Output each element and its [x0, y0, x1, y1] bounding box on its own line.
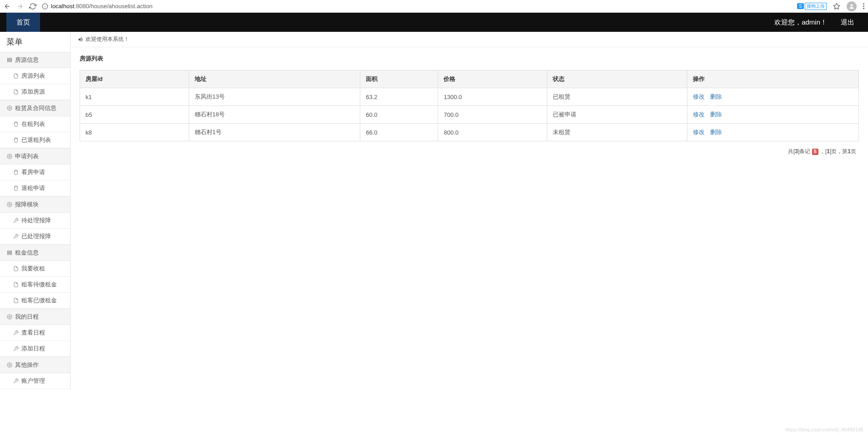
menu-item-label: 查看日程 — [21, 329, 45, 337]
menu-item-label: 租客已缴租金 — [21, 296, 57, 305]
menu-group[interactable]: 房源信息 — [0, 52, 70, 68]
menu-item-label: 已处理报障 — [21, 232, 51, 240]
menu-item-label: 待处理报障 — [21, 216, 51, 225]
menu-group[interactable]: 租金信息 — [0, 245, 70, 261]
trash-icon — [13, 170, 19, 175]
svg-rect-7 — [7, 61, 11, 62]
svg-rect-12 — [7, 252, 11, 253]
menu-item[interactable]: 看房申请 — [0, 165, 70, 180]
menu-group-label: 租赁及合同信息 — [15, 104, 56, 112]
menu-group[interactable]: 报障模块 — [0, 196, 70, 213]
home-button[interactable]: 首页 — [6, 13, 40, 32]
extension-badge[interactable]: S 搜狗上传 — [797, 3, 827, 10]
file-icon — [13, 266, 19, 272]
menu-item[interactable]: 添加日程 — [0, 341, 70, 357]
delete-link[interactable]: 删除 — [710, 111, 722, 118]
edit-link[interactable]: 修改 — [693, 111, 705, 118]
browser-toolbar: localhost:8080/house/ahouselist.action S… — [0, 0, 868, 13]
menu-group[interactable]: 我的日程 — [0, 309, 70, 325]
house-table: 房屋id地址面积价格状态操作 k1东风街13号63.21300.0已租赁修改删除… — [80, 70, 859, 141]
menu-item[interactable]: 查看日程 — [0, 325, 70, 341]
table-header: 房屋id — [80, 70, 189, 88]
gear-icon — [6, 154, 12, 160]
table-cell: 穗石村1号 — [189, 124, 360, 141]
menu-group-label: 租金信息 — [15, 249, 39, 257]
logout-link[interactable]: 退出 — [841, 18, 854, 27]
list-icon — [6, 57, 12, 63]
url-port: :8080 — [74, 3, 89, 10]
edit-link[interactable]: 修改 — [693, 129, 705, 135]
menu-item[interactable]: 退租申请 — [0, 180, 70, 196]
menu-item[interactable]: 账户管理 — [0, 373, 70, 389]
menu-item[interactable]: 已退租列表 — [0, 132, 70, 148]
table-header: 面积 — [360, 70, 438, 88]
volume-icon — [78, 37, 83, 42]
menu-group[interactable]: 其他操作 — [0, 357, 70, 373]
menu-group[interactable]: 申请列表 — [0, 148, 70, 165]
table-cell: 700.0 — [438, 106, 547, 124]
browser-menu-icon[interactable] — [863, 3, 864, 9]
menu-group-label: 我的日程 — [15, 313, 39, 321]
file-icon — [13, 298, 19, 304]
file-icon — [13, 282, 19, 288]
menu-group-label: 申请列表 — [15, 152, 39, 160]
svg-point-14 — [9, 316, 10, 318]
pagination: 共[3]条记 S ，[1]页，第1页 — [80, 141, 859, 162]
menu-item-label: 房源列表 — [21, 72, 45, 80]
table-cell: k1 — [80, 88, 189, 106]
menu-item-label: 在租列表 — [21, 120, 45, 128]
pagination-badge: S — [812, 149, 818, 155]
table-cell: 63.2 — [360, 88, 438, 106]
menu-item[interactable]: 租客待缴租金 — [0, 277, 70, 293]
svg-marker-3 — [833, 3, 839, 9]
main-content: 欢迎使用本系统！ 房源列表 房屋id地址面积价格状态操作 k1东风街13号63.… — [71, 32, 868, 389]
menu-group-label: 报障模块 — [15, 200, 39, 209]
menu-item[interactable]: 房源列表 — [0, 68, 70, 84]
menu-item[interactable]: 在租列表 — [0, 116, 70, 132]
wrench-icon — [13, 330, 19, 336]
table-cell: 穗石村18号 — [189, 106, 360, 124]
file-icon — [13, 73, 19, 79]
table-cell-actions: 修改删除 — [687, 88, 859, 106]
app-header: 首页 欢迎您，admin！ 退出 — [0, 13, 868, 32]
gear-icon — [6, 362, 12, 368]
back-button[interactable] — [4, 3, 11, 10]
menu-item[interactable]: 添加房源 — [0, 84, 70, 100]
svg-rect-5 — [7, 58, 11, 59]
delete-link[interactable]: 删除 — [710, 129, 722, 135]
info-icon — [42, 3, 48, 10]
forward-button[interactable] — [16, 3, 24, 10]
menu-group[interactable]: 租赁及合同信息 — [0, 100, 70, 116]
address-bar[interactable]: localhost:8080/house/ahouselist.action — [42, 3, 792, 10]
menu-item[interactable]: 租客已缴租金 — [0, 293, 70, 309]
table-row: k8穗石村1号66.0800.0未租赁修改删除 — [80, 124, 859, 141]
menu-item[interactable]: 我要收租 — [0, 261, 70, 277]
table-cell-actions: 修改删除 — [687, 106, 859, 124]
panel-title: 房源列表 — [80, 55, 859, 63]
trash-icon — [13, 185, 19, 191]
table-cell: 已租赁 — [547, 88, 687, 106]
menu-item[interactable]: 已处理报障 — [0, 229, 70, 245]
sidebar-title: 菜单 — [0, 32, 70, 52]
edit-link[interactable]: 修改 — [693, 93, 705, 100]
delete-link[interactable]: 删除 — [710, 93, 722, 100]
profile-avatar[interactable] — [847, 1, 857, 11]
wrench-icon — [13, 378, 19, 384]
trash-icon — [13, 137, 19, 143]
gear-icon — [6, 202, 12, 208]
menu-item-label: 添加日程 — [21, 345, 45, 353]
svg-point-4 — [851, 4, 853, 6]
menu-item[interactable]: 待处理报障 — [0, 213, 70, 229]
reload-button[interactable] — [29, 3, 36, 10]
welcome-text: 欢迎您，admin！ — [774, 18, 827, 27]
welcome-bar: 欢迎使用本系统！ — [71, 32, 868, 47]
svg-rect-11 — [7, 251, 11, 252]
welcome-message: 欢迎使用本系统！ — [86, 35, 129, 43]
menu-item-label: 看房申请 — [21, 168, 45, 176]
sidebar: 菜单 房源信息房源列表添加房源租赁及合同信息在租列表已退租列表申请列表看房申请退… — [0, 32, 71, 389]
svg-point-15 — [9, 365, 10, 366]
trash-icon — [13, 121, 19, 127]
bookmark-icon[interactable] — [833, 3, 840, 10]
file-icon — [13, 89, 19, 95]
table-header: 地址 — [189, 70, 360, 88]
